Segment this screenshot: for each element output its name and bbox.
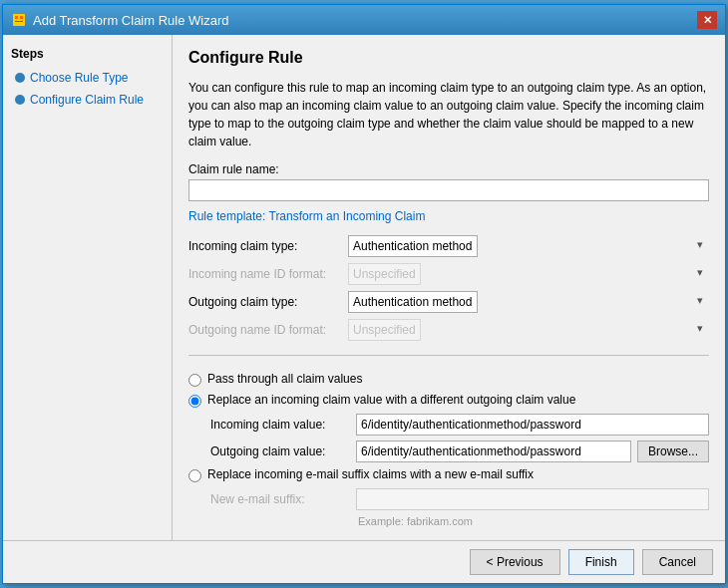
sidebar-title: Steps (11, 47, 164, 61)
outgoing-claim-type-label: Outgoing claim type: (188, 295, 348, 309)
incoming-claim-type-select[interactable]: Authentication method (348, 235, 478, 257)
new-email-suffix-row: New e-mail suffix: (210, 488, 709, 510)
incoming-claim-value-row: Incoming claim value: (210, 414, 709, 436)
incoming-claim-type-row: Incoming claim type: Authentication meth… (188, 235, 709, 257)
example-text: Example: fabrikam.com (358, 515, 709, 527)
radio-replace[interactable] (188, 395, 201, 408)
outgoing-claim-value-label: Outgoing claim value: (210, 444, 350, 458)
divider (188, 355, 709, 356)
new-email-suffix-label: New e-mail suffix: (210, 492, 350, 506)
content-area: Steps Choose Rule Type Configure Claim R… (3, 35, 725, 540)
claim-rule-name-label: Claim rule name: (188, 162, 709, 176)
radio-passthrough[interactable] (188, 374, 201, 387)
description-text: You can configure this rule to map an in… (188, 79, 709, 150)
incoming-name-id-format-wrapper: Unspecified (348, 263, 709, 285)
incoming-claim-value-input[interactable] (356, 414, 709, 436)
step-dot-2 (15, 95, 25, 105)
radio-replace-item: Replace an incoming claim value with a d… (188, 393, 709, 408)
finish-button[interactable]: Finish (568, 549, 634, 575)
email-suffix-sub-form: New e-mail suffix: Example: fabrikam.com (210, 488, 709, 527)
incoming-claim-type-wrapper: Authentication method (348, 235, 709, 257)
footer: < Previous Finish Cancel (3, 540, 725, 583)
sidebar-item-configure-claim-rule[interactable]: Configure Claim Rule (11, 91, 164, 109)
sidebar-item-label-2: Configure Claim Rule (30, 93, 144, 107)
outgoing-claim-value-input[interactable] (356, 441, 631, 462)
rule-template-text: Rule template: Transform an Incoming Cla… (188, 209, 709, 223)
sidebar: Steps Choose Rule Type Configure Claim R… (3, 35, 173, 540)
radio-passthrough-label[interactable]: Pass through all claim values (207, 372, 362, 386)
claim-rule-name-input[interactable] (188, 179, 709, 201)
radio-email-suffix-label[interactable]: Replace incoming e-mail suffix claims wi… (207, 467, 534, 481)
replace-sub-form: Incoming claim value: Outgoing claim val… (210, 414, 709, 462)
main-window: Add Transform Claim Rule Wizard ✕ Steps … (2, 4, 726, 584)
outgoing-claim-type-select[interactable]: Authentication method (348, 291, 478, 313)
outgoing-claim-value-row: Outgoing claim value: Browse... (210, 441, 709, 462)
title-text: Add Transform Claim Rule Wizard (33, 13, 229, 28)
svg-rect-1 (15, 16, 18, 19)
outgoing-name-id-format-label: Outgoing name ID format: (188, 323, 348, 337)
page-title: Configure Rule (188, 49, 709, 67)
radio-email-suffix[interactable] (188, 469, 201, 482)
sidebar-item-label-1: Choose Rule Type (30, 71, 129, 85)
incoming-claim-value-label: Incoming claim value: (210, 418, 350, 432)
previous-button[interactable]: < Previous (470, 549, 560, 575)
svg-rect-0 (13, 14, 25, 26)
outgoing-claim-type-wrapper: Authentication method (348, 291, 709, 313)
svg-rect-3 (15, 21, 23, 22)
incoming-name-id-format-row: Incoming name ID format: Unspecified (188, 263, 709, 285)
outgoing-name-id-format-wrapper: Unspecified (348, 319, 709, 341)
radio-replace-label[interactable]: Replace an incoming claim value with a d… (207, 393, 575, 407)
incoming-claim-type-label: Incoming claim type: (188, 239, 348, 253)
claim-rule-name-group: Claim rule name: (188, 162, 709, 201)
app-icon (11, 12, 27, 28)
step-dot-1 (15, 73, 25, 83)
incoming-name-id-format-label: Incoming name ID format: (188, 267, 348, 281)
sidebar-item-choose-rule-type[interactable]: Choose Rule Type (11, 69, 164, 87)
main-content: Configure Rule You can configure this ru… (173, 35, 725, 540)
outgoing-claim-type-row: Outgoing claim type: Authentication meth… (188, 291, 709, 313)
outgoing-name-id-format-select: Unspecified (348, 319, 421, 341)
svg-rect-2 (20, 16, 23, 19)
incoming-name-id-format-select: Unspecified (348, 263, 421, 285)
cancel-button[interactable]: Cancel (642, 549, 713, 575)
radio-passthrough-item: Pass through all claim values (188, 372, 709, 387)
outgoing-name-id-format-row: Outgoing name ID format: Unspecified (188, 319, 709, 341)
title-bar: Add Transform Claim Rule Wizard ✕ (3, 5, 725, 35)
close-button[interactable]: ✕ (697, 11, 717, 29)
new-email-suffix-input (356, 488, 709, 510)
radio-email-suffix-item: Replace incoming e-mail suffix claims wi… (188, 467, 709, 482)
browse-button[interactable]: Browse... (637, 441, 709, 462)
radio-group: Pass through all claim values Replace an… (188, 372, 709, 527)
title-bar-left: Add Transform Claim Rule Wizard (11, 12, 229, 28)
